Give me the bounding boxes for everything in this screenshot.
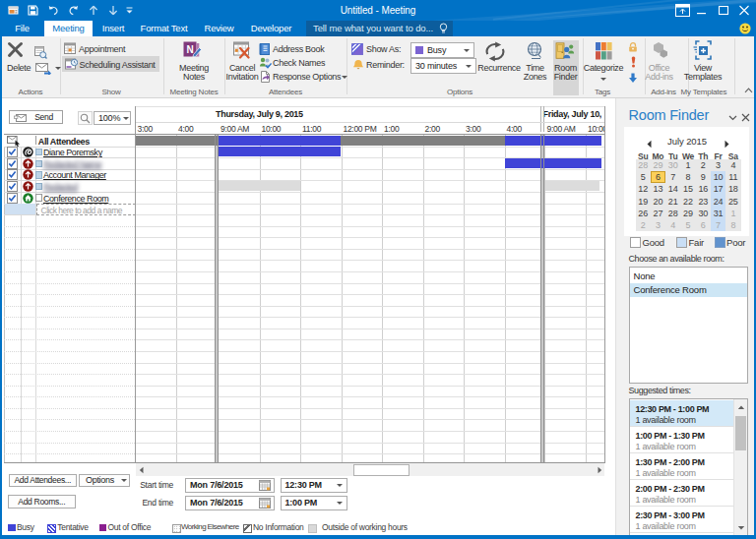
calendar-day[interactable]: 25 (725, 196, 740, 208)
tab-format-text[interactable]: Format Text (134, 21, 194, 36)
tab-meeting[interactable]: Meeting (44, 21, 93, 36)
cancel-invitation-icon[interactable] (232, 41, 250, 59)
calendar-day[interactable]: 7 (711, 219, 725, 231)
calendar-day[interactable]: 5 (636, 171, 651, 183)
suggested-times-list[interactable]: 12:30 PM - 1:00 PM1 available room1:00 P… (629, 398, 749, 539)
attendee-name[interactable]: Conference Room (43, 194, 108, 204)
attendee-row[interactable]: Redacted (4, 180, 135, 192)
tab-review[interactable]: Review (194, 21, 244, 36)
close-icon[interactable] (738, 4, 752, 18)
previous-item-icon[interactable] (89, 5, 98, 16)
suggested-time-item[interactable]: 1:30 PM - 2:00 PM1 available room (630, 453, 734, 480)
low-importance-icon[interactable] (628, 73, 638, 84)
suggested-time-item[interactable]: 2:30 PM - 3:00 PM1 available room (630, 507, 734, 533)
scheduling-grid[interactable] (136, 135, 604, 461)
calendar-day[interactable]: 19 (636, 196, 651, 208)
high-importance-icon[interactable] (630, 56, 637, 68)
time-zones-icon[interactable] (526, 41, 544, 60)
calendar-day[interactable]: 20 (651, 196, 665, 208)
suggested-time-item[interactable]: 1:00 PM - 1:30 PM1 available room (630, 427, 734, 453)
view-templates-button-label[interactable]: View Templates (677, 64, 728, 82)
start-date-field[interactable]: Mon 7/6/2015 (185, 478, 275, 493)
calendar-day[interactable]: 21 (665, 196, 680, 208)
calendar-day[interactable]: 2 (636, 219, 651, 231)
forward-dropdown-caret[interactable] (55, 67, 61, 70)
calendar-day-today[interactable]: 6 (651, 171, 665, 183)
tab-insert[interactable]: Insert (93, 21, 134, 36)
calendar-day[interactable]: 29 (651, 159, 665, 171)
attendee-name[interactable]: Account Manager (43, 170, 106, 180)
calendar-day[interactable]: 1 (680, 159, 695, 171)
room-list-item[interactable]: None (630, 270, 748, 283)
calendar-day[interactable]: 7 (665, 171, 680, 183)
onenote-icon[interactable]: N (183, 41, 202, 59)
redo-icon[interactable] (68, 5, 80, 16)
save-icon[interactable] (28, 5, 38, 16)
view-templates-icon[interactable] (693, 40, 713, 60)
response-options-caret[interactable] (342, 76, 347, 79)
tab-file[interactable]: File (0, 21, 44, 36)
private-lock-icon[interactable] (628, 42, 638, 52)
tab-developer[interactable]: Developer (244, 21, 298, 36)
calendar-day[interactable]: 23 (696, 196, 711, 208)
end-time-select[interactable]: 1:00 PM (281, 496, 347, 510)
zoom-search-button[interactable] (78, 111, 93, 126)
calendar-day[interactable]: 4 (665, 219, 680, 231)
categorize-caret[interactable] (600, 78, 606, 81)
calendar-day[interactable]: 2 (696, 159, 711, 171)
maximize-icon[interactable] (718, 4, 731, 18)
calendar-day[interactable]: 5 (680, 219, 695, 231)
calendar-day[interactable]: 15 (680, 183, 695, 195)
room-list-item[interactable]: Conference Room (630, 283, 748, 297)
add-attendees-button[interactable]: Add Attendees... (9, 474, 77, 487)
calendar-day[interactable]: 14 (665, 183, 680, 195)
calendar-day[interactable]: 11 (725, 171, 740, 183)
calendar-day[interactable]: 6 (696, 219, 711, 231)
calendar-day[interactable]: 18 (725, 183, 740, 195)
next-month-icon[interactable] (724, 140, 730, 149)
scroll-right-icon[interactable] (596, 466, 603, 474)
scroll-left-icon[interactable] (138, 466, 146, 474)
options-button[interactable]: Options (79, 474, 130, 487)
attendee-checkbox[interactable] (7, 158, 18, 169)
scroll-up-icon[interactable] (737, 404, 745, 410)
meeting-notes-button-label[interactable]: Meeting Notes (171, 64, 217, 82)
calendar-day[interactable]: 1 (725, 208, 740, 219)
add-rooms-button[interactable]: Add Rooms... (8, 495, 76, 509)
delete-icon[interactable] (7, 41, 24, 58)
suggested-time-item[interactable]: 2:00 PM - 2:30 PM1 available room (630, 480, 734, 507)
calendar-day[interactable]: 28 (665, 208, 680, 219)
recurrence-icon[interactable] (483, 41, 507, 62)
calendar-day[interactable]: 31 (711, 208, 725, 219)
response-options-label[interactable]: Response Options (273, 72, 341, 82)
zoom-level-select[interactable]: 100% (94, 111, 131, 126)
smiley-icon[interactable] (739, 23, 751, 34)
previous-month-icon[interactable] (646, 140, 653, 149)
tell-me-box[interactable]: Tell me what you want to do... (306, 21, 453, 36)
end-date-picker-icon[interactable] (259, 498, 271, 509)
calendar-day[interactable]: 9 (696, 171, 711, 183)
calendar-day[interactable]: 3 (651, 219, 665, 231)
delete-button-label[interactable]: Delete (7, 63, 31, 73)
attendee-row[interactable]: Conference Room (4, 192, 135, 204)
end-date-field[interactable]: Mon 7/6/2015 (185, 496, 275, 510)
ribbon-display-options-icon[interactable] (675, 4, 692, 18)
add-attendee-row[interactable]: Click here to add a name (4, 204, 135, 215)
office-addins-button-label[interactable]: Office Add-ins (640, 64, 679, 82)
calendar-day[interactable]: 24 (711, 196, 725, 208)
customize-quick-access-icon[interactable] (126, 7, 134, 15)
calendar-day[interactable]: 4 (725, 159, 740, 171)
calendar-day[interactable]: 30 (696, 208, 711, 219)
minimize-icon[interactable] (696, 4, 710, 18)
next-item-icon[interactable] (108, 5, 118, 16)
calendar-day[interactable]: 17 (711, 183, 725, 195)
scrollbar-thumb[interactable] (353, 464, 410, 476)
categorize-button-label[interactable]: Categorize (574, 64, 633, 73)
calendar-day[interactable]: 12 (636, 183, 651, 195)
attendee-checkbox[interactable] (7, 147, 18, 157)
calendar-day[interactable]: 8 (680, 171, 695, 183)
address-book-label[interactable]: Address Book (273, 44, 324, 54)
attendee-name[interactable]: Redacted (43, 182, 78, 192)
attendee-checkbox[interactable] (7, 181, 18, 192)
time-zones-button-label[interactable]: Time Zones (519, 64, 552, 82)
